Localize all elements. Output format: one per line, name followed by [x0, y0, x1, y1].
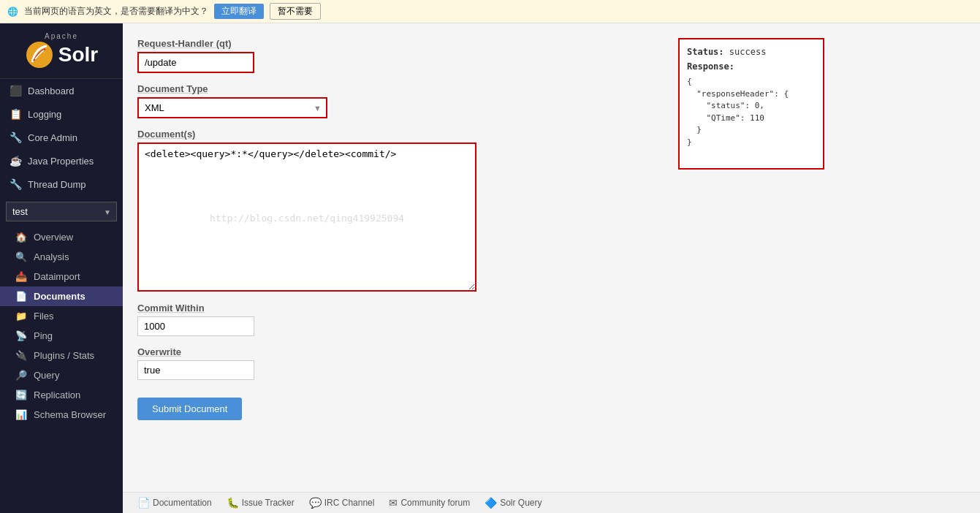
schema-browser-icon: 📊	[15, 409, 28, 420]
translate-bar: 🌐 当前网页的语言为英文，是否需要翻译为中文？ 立即翻译 暂不需要	[0, 0, 980, 23]
response-panel: Status: success Response: { "responseHea…	[678, 38, 824, 478]
nav-thread-dump-label: Thread Dump	[28, 179, 86, 190]
nav-dashboard-label: Dashboard	[28, 86, 75, 96]
response-code: { "responseHeader": { "status": 0, "QTim…	[687, 76, 816, 148]
logging-icon: 📋	[9, 108, 22, 120]
schema-browser-label: Schema Browser	[34, 409, 106, 420]
files-label: Files	[34, 311, 53, 322]
solr-query-label: Solr Query	[500, 498, 542, 508]
documentation-label: Documentation	[153, 498, 212, 508]
issue-tracker-label: Issue Tracker	[242, 498, 295, 508]
overwrite-label: Overwrite	[137, 346, 664, 357]
doc-textarea-container: <delete><query>*:*</query></delete><comm…	[137, 142, 476, 292]
solr-query-icon: 🔷	[485, 497, 497, 509]
footer-solr-query[interactable]: 🔷 Solr Query	[485, 497, 542, 509]
document-type-group: Document Type XML JSON CSV PDF Word Rich…	[137, 83, 664, 118]
request-handler-input[interactable]	[137, 52, 254, 73]
document-type-select[interactable]: XML JSON CSV PDF Word Rich Document (Sol…	[137, 97, 327, 118]
sidebar-item-replication[interactable]: 🔄 Replication	[0, 385, 123, 405]
nav-java-properties-label: Java Properties	[28, 156, 94, 167]
files-icon: 📁	[15, 311, 28, 322]
documents-label: Document(s)	[137, 129, 664, 140]
doc-textarea-wrapper: <delete><query>*:*</query></delete><comm…	[137, 142, 476, 292]
request-handler-label: Request-Handler (qt)	[137, 38, 664, 49]
community-forum-label: Community forum	[400, 498, 470, 508]
solr-label: Solr	[58, 43, 98, 66]
nav-logging[interactable]: 📋 Logging	[0, 102, 123, 126]
footer-irc-channel[interactable]: 💬 IRC Channel	[309, 497, 375, 509]
community-forum-icon: ✉	[389, 497, 398, 509]
nav-dashboard[interactable]: ⬛ Dashboard	[0, 79, 123, 102]
footer-community-forum[interactable]: ✉ Community forum	[389, 497, 470, 509]
documents-icon: 📄	[15, 291, 28, 302]
nav-thread-dump[interactable]: 🔧 Thread Dump	[0, 172, 123, 196]
plugins-stats-label: Plugins / Stats	[34, 350, 94, 361]
status-value: success	[729, 47, 767, 57]
analysis-label: Analysis	[34, 251, 69, 262]
replication-icon: 🔄	[15, 390, 28, 400]
solr-logo-icon	[25, 40, 54, 69]
documents-textarea[interactable]: <delete><query>*:*</query></delete><comm…	[139, 144, 475, 290]
documentation-icon: 📄	[137, 497, 150, 509]
main-content: Request-Handler (qt) Document Type XML J…	[123, 23, 980, 513]
analysis-icon: 🔍	[15, 251, 28, 262]
nav-java-properties[interactable]: ☕ Java Properties	[0, 149, 123, 172]
overwrite-input[interactable]	[137, 360, 254, 380]
sidebar-item-files[interactable]: 📁 Files	[0, 306, 123, 326]
plugins-stats-icon: 🔌	[15, 350, 28, 361]
sidebar: Apache Solr ⬛ Dashboard 📋 Logging 🔧	[0, 23, 123, 513]
sidebar-item-analysis[interactable]: 🔍 Analysis	[0, 247, 123, 267]
apache-label: Apache	[45, 32, 78, 40]
sidebar-item-overview[interactable]: 🏠 Overview	[0, 227, 123, 247]
logo-area: Apache Solr	[0, 23, 123, 79]
irc-channel-label: IRC Channel	[324, 498, 375, 508]
translate-icon: 🌐	[7, 7, 18, 17]
overwrite-group: Overwrite	[137, 346, 664, 380]
sidebar-item-plugins-stats[interactable]: 🔌 Plugins / Stats	[0, 346, 123, 365]
footer-issue-tracker[interactable]: 🐛 Issue Tracker	[227, 497, 295, 509]
documents-group: Document(s) <delete><query>*:*</query></…	[137, 129, 664, 292]
sidebar-item-ping[interactable]: 📡 Ping	[0, 326, 123, 346]
form-panel: Request-Handler (qt) Document Type XML J…	[137, 38, 664, 478]
overview-label: Overview	[34, 232, 73, 243]
issue-tracker-icon: 🐛	[227, 497, 239, 509]
response-box: Status: success Response: { "responseHea…	[678, 38, 824, 170]
overview-icon: 🏠	[15, 232, 28, 243]
document-type-select-wrapper: XML JSON CSV PDF Word Rich Document (Sol…	[137, 97, 327, 118]
commit-within-group: Commit Within	[137, 303, 664, 336]
sidebar-item-documents[interactable]: 📄 Documents	[0, 286, 123, 306]
submit-document-button[interactable]: Submit Document	[137, 398, 242, 420]
ping-icon: 📡	[15, 330, 28, 341]
status-label: Status:	[687, 47, 724, 57]
commit-within-input[interactable]	[137, 316, 254, 336]
replication-label: Replication	[34, 390, 80, 400]
footer: 📄 Documentation 🐛 Issue Tracker 💬 IRC Ch…	[123, 492, 980, 513]
translate-message: 当前网页的语言为英文，是否需要翻译为中文？	[24, 5, 208, 18]
translate-confirm-button[interactable]: 立即翻译	[214, 4, 264, 19]
sidebar-item-query[interactable]: 🔎 Query	[0, 365, 123, 385]
nav-logging-label: Logging	[28, 109, 61, 120]
nav-core-admin-label: Core Admin	[28, 132, 77, 143]
response-status-line: Status: success	[687, 47, 816, 57]
core-select[interactable]: test collection1	[6, 202, 117, 221]
sidebar-item-dataimport[interactable]: 📥 Dataimport	[0, 267, 123, 286]
thread-dump-icon: 🔧	[9, 178, 22, 190]
translate-cancel-button[interactable]: 暂不需要	[270, 3, 321, 20]
response-label: Response:	[687, 61, 734, 72]
core-admin-icon: 🔧	[9, 132, 22, 143]
dashboard-icon: ⬛	[9, 85, 22, 96]
query-icon: 🔎	[15, 370, 28, 381]
document-type-label: Document Type	[137, 83, 664, 94]
commit-within-label: Commit Within	[137, 303, 664, 314]
sidebar-item-schema-browser[interactable]: 📊 Schema Browser	[0, 405, 123, 425]
ping-label: Ping	[34, 330, 53, 341]
documents-label: Documents	[34, 291, 86, 302]
dataimport-label: Dataimport	[34, 271, 80, 282]
footer-documentation[interactable]: 📄 Documentation	[137, 497, 212, 509]
java-properties-icon: ☕	[9, 155, 22, 167]
nav-core-admin[interactable]: 🔧 Core Admin	[0, 126, 123, 149]
core-selector[interactable]: test collection1	[6, 202, 117, 221]
dataimport-icon: 📥	[15, 271, 28, 282]
response-label-line: Response:	[687, 61, 816, 72]
request-handler-group: Request-Handler (qt)	[137, 38, 664, 73]
